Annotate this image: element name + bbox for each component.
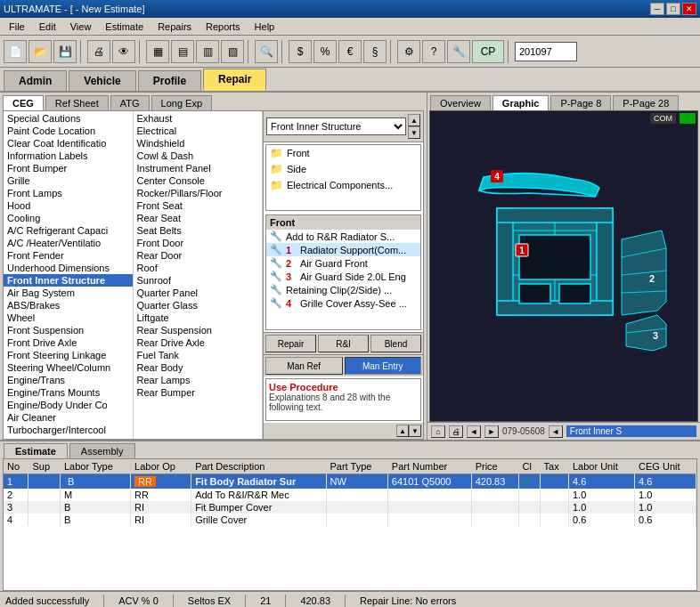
esttab-assembly[interactable]: Assembly — [69, 443, 135, 458]
layout4-button[interactable]: ▧ — [221, 40, 244, 63]
calc4-button[interactable]: § — [363, 40, 387, 63]
cat-rear-axle[interactable]: Rear Drive Axle — [134, 336, 263, 349]
panel-scroll-down[interactable]: ▼ — [409, 425, 421, 437]
cat-grille[interactable]: Grille — [4, 174, 133, 187]
calc3-button[interactable]: € — [338, 40, 362, 63]
nav-print-btn[interactable]: 🖨 — [449, 425, 463, 438]
table-row[interactable]: 4 B RI Grille Cover 0.6 0.6 — [4, 514, 696, 526]
tree-front[interactable]: 📁 Front — [266, 145, 420, 161]
restore-button[interactable]: □ — [666, 3, 680, 15]
layout1-button[interactable]: ▦ — [146, 40, 169, 63]
cat-rear-seat[interactable]: Rear Seat — [134, 212, 263, 224]
menu-view[interactable]: View — [63, 20, 99, 34]
settings-button[interactable]: ⚙ — [397, 40, 420, 63]
table-row[interactable]: 1 B RR Fit Body Radiator Sur NW 64101 Q5… — [4, 474, 696, 490]
cat-special-cautions[interactable]: Special Cautions — [4, 112, 133, 125]
esttab-estimate[interactable]: Estimate — [4, 443, 68, 458]
part-item-5[interactable]: 🔧 4 Grille Cover Assy-See ... — [266, 296, 420, 310]
structure-select[interactable]: Front Inner Structure — [266, 117, 406, 135]
minimize-button[interactable]: ─ — [650, 3, 664, 15]
preview-button[interactable]: 👁 — [112, 40, 135, 63]
subtab-longexp[interactable]: Long Exp — [151, 95, 212, 110]
cat-turbo[interactable]: Turbocharger/Intercool — [4, 424, 133, 436]
save-button[interactable]: 💾 — [53, 40, 77, 63]
cat-quarter-panel[interactable]: Quarter Panel — [134, 287, 263, 299]
layout3-button[interactable]: ▥ — [196, 40, 219, 63]
menu-edit[interactable]: Edit — [32, 20, 63, 34]
menu-help[interactable]: Help — [248, 20, 282, 34]
nav-prev-btn[interactable]: ◄ — [549, 425, 563, 438]
cat-ac-heater[interactable]: A/C /Heater/Ventilatio — [4, 237, 133, 249]
cat-front-inner[interactable]: Front Inner Structure — [4, 274, 133, 287]
cat-front-lamps[interactable]: Front Lamps — [4, 187, 133, 199]
cat-ac-ref[interactable]: A/C Refrigerant Capaci — [4, 224, 133, 237]
tab-profile[interactable]: Profile — [138, 70, 201, 91]
nav-home-btn[interactable]: ⌂ — [431, 425, 445, 438]
gtab-overview[interactable]: Overview — [430, 95, 491, 110]
calc2-button[interactable]: % — [313, 40, 337, 63]
tree-electrical[interactable]: 📁 Electrical Components... — [266, 177, 420, 193]
cat-paint-code[interactable]: Paint Code Location — [4, 125, 133, 137]
cat-seatbelts[interactable]: Seat Belts — [134, 224, 263, 237]
tab-admin[interactable]: Admin — [4, 70, 67, 91]
tab-vehicle[interactable]: Vehicle — [69, 70, 135, 91]
struct-scroll-up[interactable]: ▲ — [408, 114, 420, 126]
cat-hood[interactable]: Hood — [4, 199, 133, 212]
open-button[interactable]: 📂 — [28, 40, 52, 63]
blend-button[interactable]: Blend — [370, 335, 421, 352]
cat-sunroof[interactable]: Sunroof — [134, 274, 263, 287]
cat-rear-susp[interactable]: Rear Suspension — [134, 324, 263, 336]
menu-repairs[interactable]: Repairs — [151, 20, 199, 34]
cat-rear-door[interactable]: Rear Door — [134, 249, 263, 262]
subtab-atg[interactable]: ATG — [110, 95, 150, 110]
gtab-ppage28[interactable]: P-Page 28 — [613, 95, 679, 110]
cat-steering-wheel[interactable]: Steering Wheel/Column — [4, 361, 133, 374]
cat-front-steering[interactable]: Front Steering Linkage — [4, 349, 133, 361]
menu-file[interactable]: File — [2, 20, 32, 34]
new-button[interactable]: 📄 — [4, 40, 27, 63]
struct-scroll-down[interactable]: ▼ — [408, 126, 420, 139]
gtab-ppage8[interactable]: P-Page 8 — [550, 95, 611, 110]
cat-rear-lamps[interactable]: Rear Lamps — [134, 374, 263, 386]
cat-underhood[interactable]: Underhood Dimensions — [4, 262, 133, 274]
cat-quarter-glass[interactable]: Quarter Glass — [134, 299, 263, 312]
zoom-button[interactable]: 🔍 — [255, 40, 278, 63]
part-item-1[interactable]: 🔧 1 Radiator Support(Com... — [266, 243, 420, 256]
print-button[interactable]: 🖨 — [87, 40, 110, 63]
cat-engine[interactable]: Engine/Trans — [4, 374, 133, 386]
cp-button[interactable]: CP — [472, 40, 504, 63]
man-entry-button[interactable]: Man Entry — [345, 357, 422, 375]
part-item-4[interactable]: 🔧 Retaining Clip(2/Side) ... — [266, 283, 420, 296]
cat-engine-mounts[interactable]: Engine/Trans Mounts — [4, 386, 133, 399]
part-item-0[interactable]: 🔧 Add to R&R Radiator S... — [266, 230, 420, 243]
cat-electrical[interactable]: Electrical — [134, 125, 263, 137]
cat-roof[interactable]: Roof — [134, 262, 263, 274]
cat-fuel-tank[interactable]: Fuel Tank — [134, 349, 263, 361]
nav-left-btn[interactable]: ◄ — [467, 425, 481, 438]
cat-cowl[interactable]: Cowl & Dash — [134, 150, 263, 162]
cat-instrument[interactable]: Instrument Panel — [134, 162, 263, 174]
menu-estimate[interactable]: Estimate — [98, 20, 151, 34]
cat-exhaust[interactable]: Exhaust — [134, 112, 263, 125]
tree-side[interactable]: 📁 Side — [266, 161, 420, 177]
part-item-3[interactable]: 🔧 3 Air Guard Side 2.0L Eng — [266, 270, 420, 283]
cat-info-labels[interactable]: Information Labels — [4, 150, 133, 162]
repair-button[interactable]: Repair — [265, 335, 316, 352]
subtab-refsheet[interactable]: Ref Sheet — [45, 95, 109, 110]
cat-air-cleaner[interactable]: Air Cleaner — [4, 411, 133, 424]
close-button[interactable]: ✕ — [682, 3, 696, 15]
nav-right-btn[interactable]: ► — [484, 425, 499, 438]
man-ref-button[interactable]: Man Ref — [265, 357, 343, 375]
table-row[interactable]: 3 B RI Fit Bumper Cover 1.0 1.0 — [4, 501, 696, 514]
cat-rear-body[interactable]: Rear Body — [134, 361, 263, 374]
cat-wheel[interactable]: Wheel — [4, 312, 133, 324]
tools-button[interactable]: 🔧 — [447, 40, 470, 63]
cat-airbag[interactable]: Air Bag System — [4, 287, 133, 299]
subtab-ceg[interactable]: CEG — [3, 95, 44, 110]
table-row[interactable]: 2 M RR Add To R&I/R&R Mec 1.0 1.0 — [4, 489, 696, 501]
panel-scroll-up[interactable]: ▲ — [396, 425, 409, 437]
cat-windshield[interactable]: Windshield — [134, 137, 263, 150]
cat-front-seat[interactable]: Front Seat — [134, 199, 263, 212]
cat-rocker[interactable]: Rocker/Pillars/Floor — [134, 187, 263, 199]
cat-front-fender[interactable]: Front Fender — [4, 249, 133, 262]
